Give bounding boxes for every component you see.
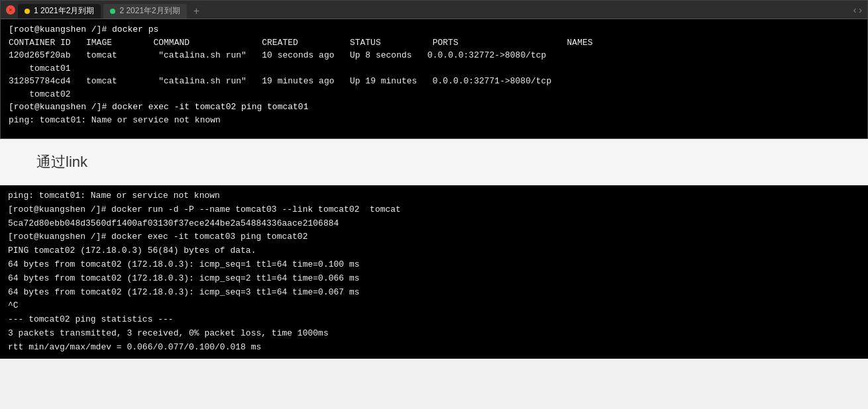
terminal-bottom: ping: tomcat01: Name or service not know… xyxy=(0,185,868,359)
container-id-1: 120d265f20ab xyxy=(9,50,71,60)
container-id-2: 312857784cd4 xyxy=(9,76,71,86)
close-button[interactable]: × xyxy=(6,5,15,15)
image-2: tomcat xyxy=(86,76,117,86)
terminal-row-2: 312857784cd4 tomcat "catalina.sh run" 19… xyxy=(9,75,859,88)
terminal-name-1: tomcat01 xyxy=(9,62,859,75)
prompt-1: [root@kuangshen /]# docker ps xyxy=(9,24,158,34)
terminal-window-top: × 1 2021年2月到期 2 2021年2月到期 + ‹ › [root@ku… xyxy=(0,0,868,139)
bottom-line-4: [root@kuangshen /]# docker exec -it tomc… xyxy=(8,232,307,242)
command-1: "catalina.sh run" xyxy=(158,50,246,60)
created-1: 10 seconds ago xyxy=(262,50,334,60)
status-1: Up 8 seconds xyxy=(350,50,412,60)
bottom-line-6: 64 bytes from tomcat02 (172.18.0.3): icm… xyxy=(8,259,360,269)
terminal-header-row: CONTAINER ID IMAGE COMMAND CREATED STATU… xyxy=(9,36,859,50)
ports-1: 0.0.0.0:32772->8080/tcp xyxy=(427,50,546,60)
bottom-line-12: rtt min/avg/max/mdev = 0.066/0.077/0.100… xyxy=(8,342,261,352)
bottom-line-11: 3 packets transmitted, 3 received, 0% pa… xyxy=(8,328,329,338)
image-1: tomcat xyxy=(86,50,117,60)
bottom-line-7: 64 bytes from tomcat02 (172.18.0.3): icm… xyxy=(8,273,360,283)
bottom-line-9: ^C xyxy=(8,300,19,310)
nav-arrows: ‹ › xyxy=(853,5,862,15)
close-icon: × xyxy=(9,7,12,13)
terminal-name-2: tomcat02 xyxy=(9,88,859,101)
nav-left-icon[interactable]: ‹ xyxy=(853,5,857,15)
bottom-line-3: 5ca72d80ebb048d3560df1400af03130f37ece24… xyxy=(8,218,339,228)
created-2: 19 minutes ago xyxy=(262,76,334,86)
bottom-line-2: [root@kuangshen /]# docker run -d -P --n… xyxy=(8,204,401,214)
tab1-dot xyxy=(25,9,30,14)
tab2-dot xyxy=(110,9,115,14)
tab1-label: 1 2021年2月到期 xyxy=(34,5,94,17)
tab2-label: 2 2021年2月到期 xyxy=(119,5,180,17)
new-tab-button[interactable]: + xyxy=(190,5,203,17)
ports-2: 0.0.0.0:32771->8080/tcp xyxy=(433,76,551,86)
nav-right-icon[interactable]: › xyxy=(859,5,862,15)
section-heading: 通过link xyxy=(36,152,87,172)
terminal-line-1: [root@kuangshen /]# docker ps xyxy=(9,23,859,36)
bottom-line-1: ping: tomcat01: Name or service not know… xyxy=(8,191,220,201)
tab-1[interactable]: 1 2021年2月到期 xyxy=(18,4,101,19)
bottom-line-8: 64 bytes from tomcat02 (172.18.0.3): icm… xyxy=(8,287,360,297)
titlebar: × 1 2021年2月到期 2 2021年2月到期 + ‹ › xyxy=(1,1,867,19)
terminal-error-line: ping: tomcat01: Name or service not know… xyxy=(9,114,859,127)
bottom-line-10: --- tomcat02 ping statistics --- xyxy=(8,314,174,324)
terminal-row-1: 120d265f20ab tomcat "catalina.sh run" 10… xyxy=(9,49,859,62)
terminal-top-body: [root@kuangshen /]# docker ps CONTAINER … xyxy=(1,19,867,138)
command-2: "catalina.sh run" xyxy=(158,76,246,86)
bottom-line-5: PING tomcat02 (172.18.0.3) 56(84) bytes … xyxy=(8,246,256,255)
status-2: Up 19 minutes xyxy=(350,76,417,86)
tab-2[interactable]: 2 2021年2月到期 xyxy=(103,4,186,19)
terminal-exec-line: [root@kuangshen /]# docker exec -it tomc… xyxy=(9,101,859,114)
middle-section: 通过link xyxy=(0,139,868,185)
